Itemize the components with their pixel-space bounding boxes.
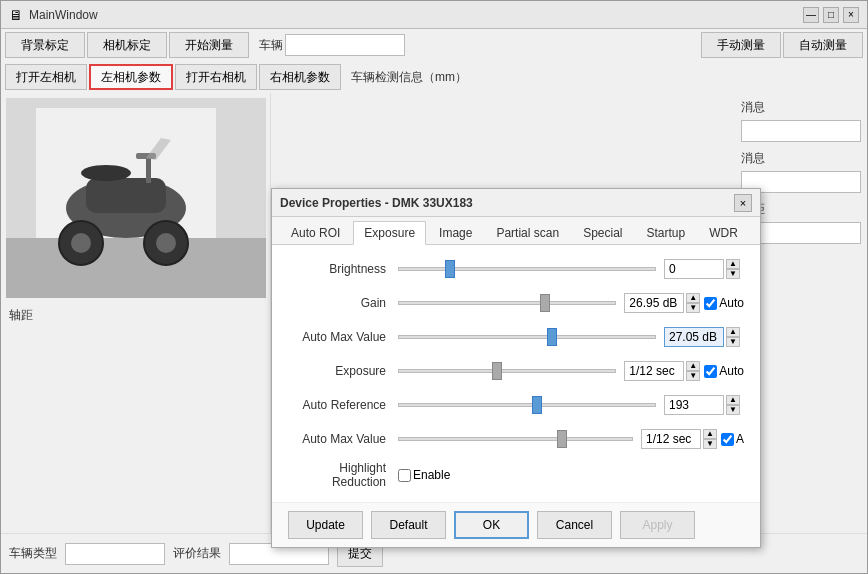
exp-auto-max-checkbox[interactable]: A [721,432,744,446]
main-window: 🖥 MainWindow — □ × 背景标定 相机标定 开始测量 车辆 手动测… [0,0,868,574]
vehicle-type-label: 车辆类型 [9,545,57,562]
exp-auto-max-value: 1/12 sec [641,429,701,449]
gain-slider[interactable] [398,293,616,313]
auto-ref-value: 193 [664,395,724,415]
exp-auto-max-a-label: A [736,432,744,446]
update-button[interactable]: Update [288,511,363,539]
msg-input-1[interactable] [741,120,861,142]
vehicle-label: 车辆 [259,37,283,54]
exposure-up[interactable]: ▲ [686,361,700,371]
apply-button[interactable]: Apply [620,511,695,539]
left-camera-params-button[interactable]: 左相机参数 [89,64,173,90]
gain-value: 26.95 dB [624,293,684,313]
vehicle-type-input[interactable] [65,543,165,565]
tab-startup[interactable]: Startup [635,221,696,244]
title-bar-controls: — □ × [803,7,859,23]
auto-ref-up[interactable]: ▲ [726,395,740,405]
gain-auto-checkbox[interactable]: Auto [704,296,744,310]
camera-preview [6,98,266,298]
auto-measure-button[interactable]: 自动测量 [783,32,863,58]
exposure-slider[interactable] [398,361,616,381]
gain-auto-input[interactable] [704,297,717,310]
auto-ref-row: Auto Reference 193 ▲ ▼ [288,393,744,417]
dialog-close-button[interactable]: × [734,194,752,212]
tab-auto-roi[interactable]: Auto ROI [280,221,351,244]
highlight-reduction-row: Highlight Reduction Enable [288,461,744,489]
svg-rect-2 [6,238,266,298]
exposure-auto-input[interactable] [704,365,717,378]
gain-auto-max-spinner[interactable]: ▲ ▼ [726,327,740,347]
highlight-label: Highlight Reduction [288,461,398,489]
tab-wdr[interactable]: WDR [698,221,749,244]
maximize-button[interactable]: □ [823,7,839,23]
dialog-footer: Update Default OK Cancel Apply [272,502,760,547]
brightness-row: Brightness 0 ▲ ▼ [288,257,744,281]
highlight-checkbox[interactable]: Enable [398,468,450,482]
exp-auto-max-row: Auto Max Value 1/12 sec ▲ ▼ A [288,427,744,451]
dialog-body: Brightness 0 ▲ ▼ Gain [272,245,760,502]
svg-point-7 [156,233,176,253]
gain-auto-max-value: 27.05 dB [664,327,724,347]
tab-image[interactable]: Image [428,221,483,244]
gain-auto-max-row: Auto Max Value 27.05 dB ▲ ▼ [288,325,744,349]
exposure-down[interactable]: ▼ [686,371,700,381]
minimize-button[interactable]: — [803,7,819,23]
close-button[interactable]: × [843,7,859,23]
detect-info-label: 车辆检测信息（mm） [351,69,467,86]
background-calibrate-button[interactable]: 背景标定 [5,32,85,58]
brightness-label: Brightness [288,262,398,276]
highlight-enable-input[interactable] [398,469,411,482]
exp-auto-max-spinner[interactable]: ▲ ▼ [703,429,717,449]
exposure-spinner[interactable]: ▲ ▼ [686,361,700,381]
vehicle-input[interactable] [285,34,405,56]
auto-ref-slider[interactable] [398,395,656,415]
brightness-up[interactable]: ▲ [726,259,740,269]
ok-button[interactable]: OK [454,511,529,539]
auto-ref-label: Auto Reference [288,398,398,412]
camera-calibrate-button[interactable]: 相机标定 [87,32,167,58]
gain-auto-max-label: Auto Max Value [288,330,398,344]
default-button[interactable]: Default [371,511,446,539]
msg-label-1: 消息 [741,99,861,116]
open-left-camera-button[interactable]: 打开左相机 [5,64,87,90]
exp-auto-max-up[interactable]: ▲ [703,429,717,439]
toolbar-row-1: 背景标定 相机标定 开始测量 车辆 手动测量 自动测量 [1,29,867,61]
exp-auto-max-slider[interactable] [398,429,633,449]
camera-image-svg [6,98,266,298]
device-properties-dialog: Device Properties - DMK 33UX183 × Auto R… [271,188,761,548]
gain-auto-label: Auto [719,296,744,310]
exposure-row: Exposure 1/12 sec ▲ ▼ Auto [288,359,744,383]
gain-auto-max-up[interactable]: ▲ [726,327,740,337]
exp-auto-max-down[interactable]: ▼ [703,439,717,449]
gain-up[interactable]: ▲ [686,293,700,303]
tab-special[interactable]: Special [572,221,633,244]
brightness-spinner[interactable]: ▲ ▼ [726,259,740,279]
exp-auto-max-input[interactable] [721,433,734,446]
left-panel: 轴距 [1,93,271,573]
gain-spinner[interactable]: ▲ ▼ [686,293,700,313]
start-measure-button[interactable]: 开始测量 [169,32,249,58]
svg-rect-5 [86,178,166,213]
exposure-value: 1/12 sec [624,361,684,381]
manual-measure-button[interactable]: 手动测量 [701,32,781,58]
gain-auto-max-slider[interactable] [398,327,656,347]
axis-label: 轴距 [9,308,33,322]
auto-ref-down[interactable]: ▼ [726,405,740,415]
brightness-slider[interactable] [398,259,656,279]
auto-ref-spinner[interactable]: ▲ ▼ [726,395,740,415]
svg-point-12 [81,165,131,181]
tab-partial-scan[interactable]: Partial scan [485,221,570,244]
gain-label: Gain [288,296,398,310]
exp-auto-max-label: Auto Max Value [288,432,398,446]
open-right-camera-button[interactable]: 打开右相机 [175,64,257,90]
tab-exposure[interactable]: Exposure [353,221,426,245]
cancel-button[interactable]: Cancel [537,511,612,539]
dialog-title: Device Properties - DMK 33UX183 [280,196,473,210]
gain-down[interactable]: ▼ [686,303,700,313]
gain-auto-max-down[interactable]: ▼ [726,337,740,347]
right-camera-params-button[interactable]: 右相机参数 [259,64,341,90]
brightness-down[interactable]: ▼ [726,269,740,279]
window-title: MainWindow [29,8,98,22]
main-content: 轴距 消息 消息 论距 Device Properties - DMK 33UX… [1,93,867,573]
exposure-auto-checkbox[interactable]: Auto [704,364,744,378]
